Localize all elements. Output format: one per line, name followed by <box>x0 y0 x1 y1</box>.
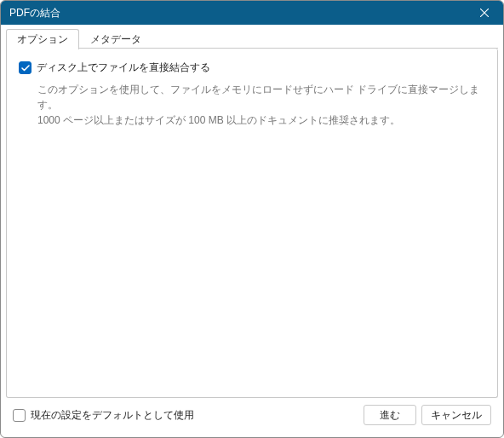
direct-merge-desc: このオプションを使用して、ファイルをメモリにロードせずにハード ドライブに直接マ… <box>37 82 485 128</box>
checkmark-icon <box>21 65 30 72</box>
proceed-button[interactable]: 進む <box>364 405 416 425</box>
tabpanel-options: ディスク上でファイルを直接結合する このオプションを使用して、ファイルをメモリに… <box>6 49 498 398</box>
window-title: PDFの結合 <box>9 6 60 20</box>
desc-line2: 1000 ページ以上またはサイズが 100 MB 以上のドキュメントに推奨されま… <box>37 112 485 128</box>
direct-merge-row: ディスク上でファイルを直接結合する <box>19 61 485 75</box>
save-default-checkbox[interactable] <box>13 409 26 422</box>
direct-merge-label: ディスク上でファイルを直接結合する <box>37 61 210 75</box>
dialog-body: オプション メタデータ ディスク上でファイルを直接結合する このオプションを使用… <box>1 25 503 437</box>
close-icon <box>480 9 489 17</box>
button-label: キャンセル <box>431 408 482 423</box>
tab-metadata[interactable]: メタデータ <box>79 29 152 49</box>
dialog-window: PDFの結合 オプション メタデータ ディスク上でファイルを直接結合する こ <box>0 0 504 438</box>
close-button[interactable] <box>466 1 503 25</box>
save-default-row: 現在の設定をデフォルトとして使用 <box>13 408 194 423</box>
tab-options[interactable]: オプション <box>6 29 79 49</box>
desc-line1: このオプションを使用して、ファイルをメモリにロードせずにハード ドライブに直接マ… <box>37 82 485 112</box>
cancel-button[interactable]: キャンセル <box>421 405 491 425</box>
titlebar: PDFの結合 <box>1 1 503 25</box>
save-default-label: 現在の設定をデフォルトとして使用 <box>31 408 194 423</box>
tabstrip: オプション メタデータ <box>6 30 498 49</box>
button-label: 進む <box>380 408 400 423</box>
direct-merge-checkbox[interactable] <box>19 61 32 74</box>
footer: 現在の設定をデフォルトとして使用 進む キャンセル <box>6 398 498 432</box>
tab-label: オプション <box>17 33 68 45</box>
tab-label: メタデータ <box>90 33 141 45</box>
